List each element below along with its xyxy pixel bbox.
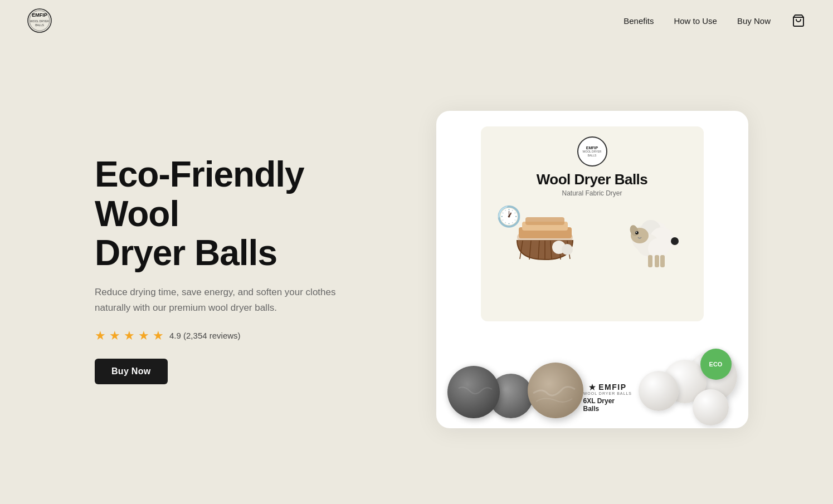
dark-balls: [447, 363, 583, 418]
nav-benefits[interactable]: Benefits: [623, 16, 654, 26]
star-4: ★: [138, 329, 149, 343]
star-2: ★: [109, 329, 120, 343]
eco-badge: ECO: [700, 349, 732, 380]
svg-rect-10: [525, 217, 564, 225]
white-balls-group: ECO: [632, 351, 737, 418]
svg-rect-32: [648, 255, 652, 267]
package-illustration: 🕐: [492, 205, 693, 311]
hero-section: Eco-Friendly WoolDryer Balls Reduce dryi…: [0, 41, 833, 498]
logo-icon: EMFIP WOOL DRYER BALLS: [27, 8, 52, 33]
star-3: ★: [124, 329, 135, 343]
svg-point-31: [671, 237, 679, 245]
white-ball-4: [693, 389, 729, 425]
rating-row: ★ ★ ★ ★ ★ 4.9 (2,354 reviews): [95, 329, 384, 343]
nav-how-to-use[interactable]: How to Use: [674, 16, 717, 26]
svg-point-29: [635, 231, 639, 234]
bottom-products-row: EMFIP WOOL DRYER BALLS 6XL Dryer Balls E…: [436, 351, 748, 418]
package-subtitle: Natural Fabric Dryer: [562, 189, 622, 197]
package-title: Wool Dryer Balls: [537, 171, 648, 188]
white-ball-3: [639, 371, 679, 411]
svg-point-36: [528, 363, 583, 418]
svg-rect-34: [660, 255, 665, 267]
hero-image: EMFIP WOOL DRYER BALLS Wool Dryer Balls …: [418, 111, 766, 428]
svg-point-30: [636, 232, 637, 233]
star-half: ★: [153, 329, 164, 343]
hero-subtitle: Reduce drying time, save energy, and sof…: [95, 285, 351, 315]
hero-content: Eco-Friendly WoolDryer Balls Reduce dryi…: [95, 155, 418, 384]
basket-svg: [509, 209, 581, 271]
sheep-svg: [609, 205, 687, 277]
svg-text:BALLS: BALLS: [35, 23, 44, 27]
buy-now-button[interactable]: Buy Now: [95, 359, 168, 384]
hero-title: Eco-Friendly WoolDryer Balls: [95, 155, 384, 272]
brand-center-label: EMFIP WOOL DRYER BALLS 6XL Dryer Balls: [583, 383, 632, 413]
package-logo: EMFIP WOOL DRYER BALLS: [577, 136, 607, 167]
brand-name: EMFIP: [598, 383, 626, 392]
balls-count-label: 6XL Dryer Balls: [583, 397, 632, 413]
dark-ball-1: [447, 366, 500, 418]
svg-text:WOOL DRYER: WOOL DRYER: [30, 19, 49, 23]
svg-text:EMFIP: EMFIP: [32, 12, 47, 18]
cart-icon[interactable]: [791, 13, 806, 28]
svg-point-35: [447, 366, 500, 418]
logo[interactable]: EMFIP WOOL DRYER BALLS: [27, 8, 52, 33]
earth-ball: [528, 363, 583, 418]
nav-links: Benefits How to Use Buy Now: [623, 13, 806, 28]
product-package: EMFIP WOOL DRYER BALLS Wool Dryer Balls …: [481, 126, 704, 321]
svg-marker-37: [589, 384, 596, 390]
svg-point-19: [562, 244, 573, 255]
review-text: 4.9 (2,354 reviews): [169, 331, 241, 340]
brand-sub-label: WOOL DRYER BALLS: [583, 392, 632, 395]
svg-rect-33: [655, 255, 659, 267]
product-card: EMFIP WOOL DRYER BALLS Wool Dryer Balls …: [436, 111, 748, 428]
nav-buy-now[interactable]: Buy Now: [737, 16, 771, 26]
star-1: ★: [95, 329, 106, 343]
navbar: EMFIP WOOL DRYER BALLS Benefits How to U…: [0, 0, 833, 41]
